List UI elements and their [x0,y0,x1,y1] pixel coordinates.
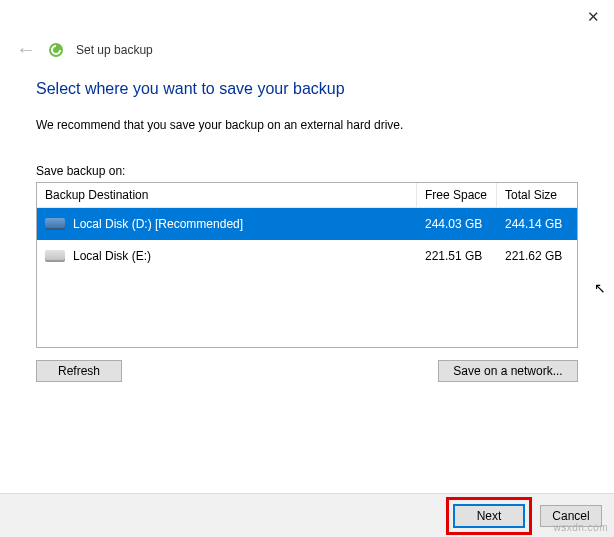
close-icon[interactable]: ✕ [587,8,600,26]
destination-list: Backup Destination Free Space Total Size… [36,182,578,348]
disk-total: 244.14 GB [497,212,577,236]
hard-disk-icon [45,218,65,230]
next-highlight: Next [446,497,532,535]
header-free-space[interactable]: Free Space [417,183,497,208]
wizard-header: ← Set up backup [16,38,153,61]
header-destination[interactable]: Backup Destination [37,183,417,208]
list-header: Backup Destination Free Space Total Size [37,183,577,208]
setup-backup-wizard: ✕ ← Set up backup Select where you want … [0,0,614,537]
wizard-content: Select where you want to save your backu… [36,80,578,382]
hard-disk-icon [45,250,65,262]
page-subhead: We recommend that you save your backup o… [36,118,578,132]
list-item[interactable]: Local Disk (E:) 221.51 GB 221.62 GB [37,240,577,272]
next-button[interactable]: Next [453,504,525,528]
mouse-cursor-icon: ↖ [594,280,606,296]
backup-program-icon [48,42,64,58]
page-heading: Select where you want to save your backu… [36,80,578,98]
disk-total: 221.62 GB [497,244,577,268]
watermark-text: wsxdn.com [553,522,608,533]
wizard-footer: Next Cancel [0,493,614,537]
disk-free: 221.51 GB [417,244,497,268]
header-total-size[interactable]: Total Size [497,183,577,208]
save-on-label: Save backup on: [36,164,578,178]
disk-label: Local Disk (D:) [Recommended] [73,217,243,231]
list-item[interactable]: Local Disk (D:) [Recommended] 244.03 GB … [37,208,577,240]
refresh-button[interactable]: Refresh [36,360,122,382]
save-on-network-button[interactable]: Save on a network... [438,360,578,382]
list-buttons: Refresh Save on a network... [36,360,578,382]
disk-free: 244.03 GB [417,212,497,236]
window-title: Set up backup [76,43,153,57]
disk-label: Local Disk (E:) [73,249,151,263]
back-arrow-icon[interactable]: ← [16,38,36,61]
